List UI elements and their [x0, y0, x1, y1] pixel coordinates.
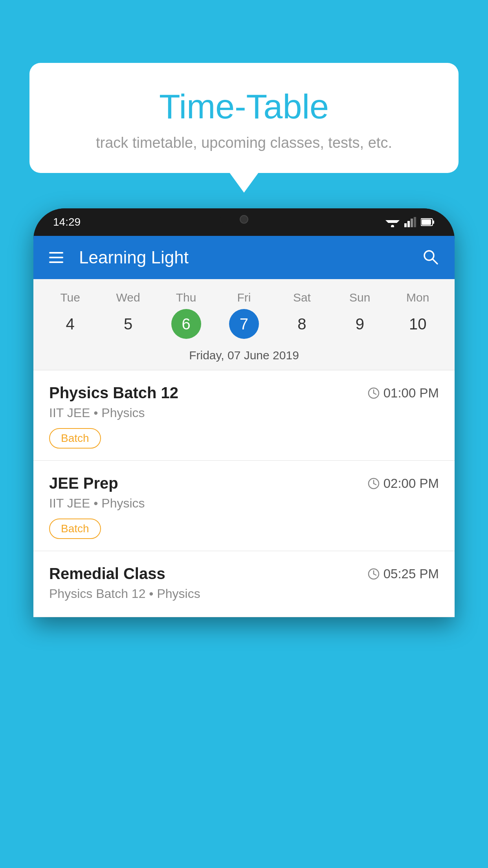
- class-name-3: Remedial Class: [49, 565, 165, 583]
- class-time-2: 02:00 PM: [368, 476, 439, 491]
- batch-badge-2: Batch: [49, 519, 101, 539]
- clock-icon-3: [368, 568, 380, 580]
- svg-rect-5: [411, 219, 413, 227]
- class-item-3[interactable]: Remedial Class 05:25 PM Physics Batch 12…: [33, 551, 455, 617]
- class-item-2[interactable]: JEE Prep 02:00 PM IIT JEE • Physics Batc…: [33, 461, 455, 551]
- class-header-3: Remedial Class 05:25 PM: [49, 565, 439, 583]
- calendar-strip: Tue 4 Wed 5 Thu 6 Fri 7 Sat 8: [33, 279, 455, 370]
- day-sat[interactable]: Sat 8: [278, 291, 325, 339]
- phone-frame: 14:29: [33, 208, 455, 617]
- class-subject-3: Physics Batch 12 • Physics: [49, 587, 439, 601]
- hamburger-menu-icon[interactable]: [49, 252, 63, 263]
- phone-camera: [240, 215, 248, 224]
- class-item-1[interactable]: Physics Batch 12 01:00 PM IIT JEE • Phys…: [33, 370, 455, 461]
- clock-icon-1: [368, 387, 380, 399]
- class-header-1: Physics Batch 12 01:00 PM: [49, 384, 439, 402]
- day-sun[interactable]: Sun 9: [336, 291, 383, 339]
- app-title: Learning Light: [79, 248, 410, 267]
- svg-line-20: [374, 574, 376, 575]
- day-number-mon: 10: [403, 309, 433, 339]
- batch-badge-1: Batch: [49, 428, 101, 449]
- day-number-sun: 9: [345, 309, 375, 339]
- day-number-tue: 4: [55, 309, 85, 339]
- phone-wrapper: 14:29: [33, 208, 455, 868]
- svg-line-17: [374, 484, 376, 485]
- days-row: Tue 4 Wed 5 Thu 6 Fri 7 Sat 8: [33, 287, 455, 343]
- class-subject-1: IIT JEE • Physics: [49, 406, 439, 420]
- day-thu[interactable]: Thu 6: [163, 291, 210, 339]
- day-number-fri: 7: [229, 309, 259, 339]
- svg-rect-4: [407, 221, 410, 227]
- battery-icon: [421, 218, 435, 226]
- day-number-wed: 5: [113, 309, 143, 339]
- day-fri[interactable]: Fri 7: [220, 291, 268, 339]
- screen-content: Physics Batch 12 01:00 PM IIT JEE • Phys…: [33, 370, 455, 617]
- app-bar: Learning Light: [33, 236, 455, 279]
- class-subject-2: IIT JEE • Physics: [49, 496, 439, 511]
- day-name-tue: Tue: [60, 291, 80, 304]
- svg-rect-8: [433, 221, 434, 224]
- selected-date-label: Friday, 07 June 2019: [33, 343, 455, 370]
- day-name-mon: Mon: [406, 291, 429, 304]
- hero-title: Time-Table: [53, 86, 435, 127]
- status-icons: [385, 217, 435, 227]
- wifi-icon: [385, 217, 400, 227]
- day-name-fri: Fri: [237, 291, 251, 304]
- class-header-2: JEE Prep 02:00 PM: [49, 474, 439, 492]
- day-name-sun: Sun: [349, 291, 370, 304]
- svg-line-14: [374, 393, 376, 394]
- speech-bubble-card: Time-Table track timetable, upcoming cla…: [29, 63, 459, 173]
- svg-rect-3: [404, 223, 407, 227]
- day-name-sat: Sat: [293, 291, 311, 304]
- svg-line-11: [433, 259, 437, 264]
- signal-icon: [404, 217, 416, 227]
- day-mon[interactable]: Mon 10: [394, 291, 441, 339]
- svg-rect-9: [422, 219, 431, 225]
- phone-notch: [220, 208, 268, 230]
- day-wed[interactable]: Wed 5: [105, 291, 152, 339]
- hero-subtitle: track timetable, upcoming classes, tests…: [53, 134, 435, 151]
- day-name-wed: Wed: [116, 291, 140, 304]
- class-time-3: 05:25 PM: [368, 566, 439, 581]
- day-number-sat: 8: [287, 309, 317, 339]
- clock-icon-2: [368, 478, 380, 489]
- class-name-2: JEE Prep: [49, 474, 118, 492]
- day-tue[interactable]: Tue 4: [47, 291, 94, 339]
- svg-rect-6: [414, 217, 416, 227]
- status-time: 14:29: [53, 216, 81, 228]
- status-bar: 14:29: [33, 208, 455, 236]
- class-name-1: Physics Batch 12: [49, 384, 178, 402]
- search-icon[interactable]: [422, 248, 439, 267]
- class-time-1: 01:00 PM: [368, 386, 439, 401]
- day-number-thu: 6: [171, 309, 201, 339]
- day-name-thu: Thu: [176, 291, 196, 304]
